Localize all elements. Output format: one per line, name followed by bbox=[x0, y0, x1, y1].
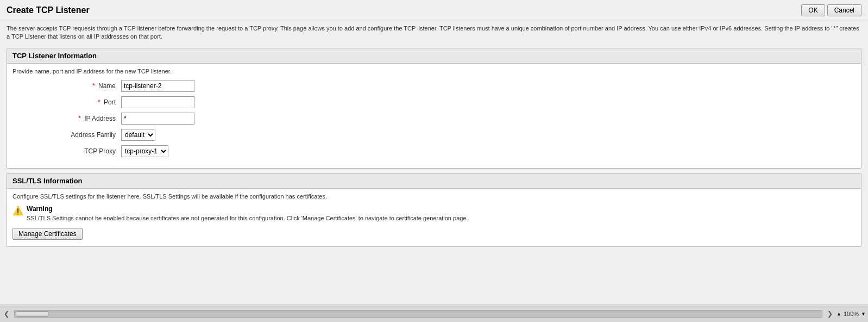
ip-required-star: * bbox=[78, 115, 81, 122]
ssl-section: SSL/TLS Information Configure SSL/TLS se… bbox=[7, 173, 861, 247]
warning-icon: ⚠️ bbox=[12, 206, 23, 216]
tcp-proxy-row: TCP Proxy tcp-proxy-1 tcp-proxy-2 bbox=[12, 145, 856, 157]
ip-input[interactable] bbox=[121, 113, 194, 125]
page-title: Create TCP Listener bbox=[7, 5, 90, 15]
warning-title: Warning bbox=[27, 205, 856, 213]
port-row: * Port bbox=[12, 96, 856, 108]
port-input[interactable] bbox=[121, 96, 194, 108]
header-buttons: OK Cancel bbox=[801, 4, 861, 16]
warning-box: ⚠️ Warning SSL/TLS Settings cannot be en… bbox=[12, 205, 856, 222]
zoom-control: ▲ 100% ▼ bbox=[836, 311, 868, 317]
scrollbar-thumb bbox=[16, 311, 48, 317]
address-family-row: Address Family default inet inet6 bbox=[12, 129, 856, 141]
ssl-section-header: SSL/TLS Information bbox=[7, 174, 861, 189]
zoom-down-icon[interactable]: ▼ bbox=[861, 311, 866, 317]
bottom-bar: ❮ ❯ ▲ 100% ▼ bbox=[0, 305, 868, 322]
manage-certificates-button[interactable]: Manage Certificates bbox=[12, 228, 83, 240]
cancel-button[interactable]: Cancel bbox=[827, 4, 861, 16]
ssl-section-desc: Configure SSL/TLS settings for the liste… bbox=[12, 193, 856, 200]
name-input[interactable] bbox=[121, 80, 194, 92]
page-description: The server accepts TCP requests through … bbox=[0, 21, 868, 46]
tcp-proxy-select[interactable]: tcp-proxy-1 tcp-proxy-2 bbox=[121, 145, 168, 157]
zoom-up-icon[interactable]: ▲ bbox=[836, 311, 841, 317]
tcp-proxy-label: TCP Proxy bbox=[12, 147, 121, 155]
address-family-select[interactable]: default inet inet6 bbox=[121, 129, 155, 141]
name-required-star: * bbox=[92, 82, 95, 90]
tcp-section-desc: Provide name, port and IP address for th… bbox=[12, 68, 856, 75]
main-content: TCP Listener Information Provide name, p… bbox=[0, 46, 868, 253]
name-label: * Name bbox=[12, 82, 121, 90]
zoom-level: 100% bbox=[842, 311, 860, 317]
scrollbar-track[interactable] bbox=[14, 310, 822, 318]
header-bar: Create TCP Listener OK Cancel bbox=[0, 0, 868, 21]
tcp-section-body: Provide name, port and IP address for th… bbox=[7, 64, 861, 168]
ip-row: * IP Address bbox=[12, 113, 856, 125]
ok-button[interactable]: OK bbox=[801, 4, 825, 16]
ssl-section-body: Configure SSL/TLS settings for the liste… bbox=[7, 189, 861, 246]
warning-content: Warning SSL/TLS Settings cannot be enabl… bbox=[27, 205, 856, 222]
ip-label: * IP Address bbox=[12, 115, 121, 122]
port-label: * Port bbox=[12, 98, 121, 106]
address-family-label: Address Family bbox=[12, 131, 121, 139]
page-wrapper: Create TCP Listener OK Cancel The server… bbox=[0, 0, 868, 322]
warning-text: SSL/TLS Settings cannot be enabled becau… bbox=[27, 214, 856, 222]
tcp-section-header: TCP Listener Information bbox=[7, 48, 861, 64]
scroll-left-arrow[interactable]: ❮ bbox=[0, 305, 13, 323]
name-row: * Name bbox=[12, 80, 856, 92]
scroll-right-arrow[interactable]: ❯ bbox=[823, 305, 836, 323]
port-required-star: * bbox=[98, 98, 100, 106]
tcp-section: TCP Listener Information Provide name, p… bbox=[7, 48, 861, 169]
